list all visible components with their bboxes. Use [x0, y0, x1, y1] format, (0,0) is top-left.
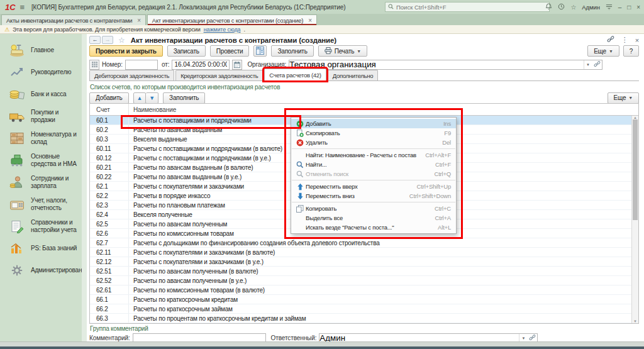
date-label: от:	[162, 61, 169, 68]
organization-input[interactable]	[289, 60, 584, 69]
sidebar-item-label: Банк и касса	[31, 91, 66, 98]
cell-account-code: 62.2	[90, 191, 129, 200]
warning-link[interactable]: нажмите сюда	[204, 26, 241, 33]
sidebar-item-manager[interactable]: Руководителю	[0, 61, 82, 83]
write-button[interactable]: Записать	[167, 45, 206, 57]
sidebar-item-knowledge-base[interactable]: PS: База знаний	[0, 237, 82, 259]
show-postings-button[interactable]	[253, 45, 267, 57]
notifications-bell-icon[interactable]	[545, 3, 552, 11]
table-row[interactable]: 62.7Расчеты с дольщиками по финансирован…	[90, 238, 631, 248]
maximize-icon[interactable]: □	[627, 4, 631, 11]
context-menu-item-5[interactable]: Найти...Ctrl+F	[291, 160, 456, 169]
table-row[interactable]: 66.1Расчеты по краткосрочным кредитам	[90, 295, 631, 304]
favorite-star-icon[interactable]: ☆	[118, 36, 125, 45]
service-menu-icon[interactable]	[606, 3, 613, 11]
form-tab-0[interactable]: Дебиторская задолженность	[89, 70, 174, 80]
sidebar-item-label: Главное	[31, 47, 54, 54]
search-input[interactable]	[396, 4, 547, 11]
menu-item-shortcut: Del	[442, 139, 451, 146]
organization-dropdown-icon[interactable]: ▼	[584, 60, 592, 69]
help-button[interactable]: ?	[623, 45, 639, 57]
form-tab-1[interactable]: Кредиторская задолженность	[175, 70, 263, 80]
column-header-name[interactable]: Наименование	[129, 106, 631, 113]
sidebar-item-main[interactable]: Главное	[0, 39, 82, 61]
manager-chart-icon	[8, 66, 26, 79]
table-row[interactable]: 62.61Расчеты по комиссионным товарам (в …	[90, 285, 631, 295]
post-and-close-button[interactable]: Провести и закрыть	[89, 45, 163, 57]
number-input[interactable]	[125, 60, 158, 70]
cell-account-name: Расчеты с покупателями и заказчиками (в …	[129, 249, 631, 256]
cell-account-code: 62.1	[90, 182, 129, 191]
sidebar-item-administration[interactable]: Администрирование	[0, 259, 82, 281]
context-menu-item-8[interactable]: Переместить вверхCtrl+Shift+Up	[291, 182, 456, 191]
staff-icon	[8, 175, 26, 189]
forward-button[interactable]: →	[102, 36, 113, 44]
form-tab-2[interactable]: Счета расчетов (42)	[264, 69, 326, 80]
fixed-assets-icon	[8, 153, 26, 167]
sidebar-item-inventory[interactable]: Номенклатура и склад	[0, 127, 82, 149]
move-row-up-button[interactable]: ▲	[133, 92, 147, 104]
tab-close-icon[interactable]: ×	[137, 17, 141, 24]
sidebar-item-references[interactable]: Справочники и настройки учета	[0, 215, 82, 237]
global-search[interactable]	[385, 2, 550, 12]
calendar-icon[interactable]	[232, 60, 242, 70]
column-header-account[interactable]: Счет	[90, 104, 129, 115]
fill-button[interactable]: Заполнить	[271, 45, 313, 57]
scrollbar-thumb[interactable]	[633, 119, 638, 220]
cell-account-code: 66.1	[90, 295, 129, 304]
context-menu-item-11[interactable]: КопироватьCtrl+C	[291, 204, 456, 213]
context-menu-item-2[interactable]: УдалитьDel	[291, 138, 456, 147]
cell-account-code: 62.5	[90, 219, 129, 228]
favorites-star-icon[interactable]: ☆	[570, 4, 576, 11]
cell-account-code: 60.12	[90, 153, 129, 162]
more-dots-icon[interactable]: ⋮	[621, 36, 628, 44]
context-menu-item-1[interactable]: СкопироватьF9	[291, 128, 456, 138]
cell-account-code: 62.3	[90, 201, 129, 209]
sidebar-item-purchases-sales[interactable]: Покупки и продажи	[0, 105, 82, 127]
get-link-icon[interactable]	[607, 36, 614, 45]
menu-item-shortcut: Ctrl+Shift+Up	[417, 183, 451, 190]
menu-item-label: Переместить вниз	[306, 192, 401, 199]
current-user[interactable]: Админ	[582, 4, 599, 11]
context-menu-item-9[interactable]: Переместить внизCtrl+Shift+Down	[291, 191, 456, 201]
context-menu-item-6[interactable]: Отменить поискCtrl+Q	[291, 169, 456, 179]
clipboard-copy-icon	[294, 205, 306, 213]
organization-link-icon[interactable]	[592, 60, 602, 69]
sidebar-item-staff[interactable]: Сотрудники и зарплата	[0, 171, 82, 193]
context-menu-item-13[interactable]: Искать везде "Расчеты с поста..."Alt+L	[291, 223, 456, 232]
table-row[interactable]: 66.3Расчеты по процентам по краткосрочны…	[90, 314, 631, 323]
move-row-down-button[interactable]: ▼	[146, 92, 158, 104]
sidebar-item-accounting[interactable]: Учет, налоги, отчетность	[0, 193, 82, 215]
table-row[interactable]: 62.11Расчеты с покупателями и заказчикам…	[90, 248, 631, 257]
organization-field[interactable]: ▼	[289, 60, 602, 70]
post-button[interactable]: Провести	[210, 45, 250, 57]
fill-table-button[interactable]: Заполнить	[163, 92, 205, 104]
close-icon[interactable]: ×	[636, 4, 640, 11]
history-icon[interactable]	[558, 3, 565, 11]
app-tab-0[interactable]: Акты инвентаризации расчетов с контраген…	[1, 14, 146, 25]
form-close-icon[interactable]: ×	[635, 36, 639, 44]
print-button[interactable]: Печать▼	[318, 45, 367, 57]
table-row[interactable]: 62.51Расчеты по авансам полученным (в ва…	[90, 267, 631, 276]
context-menu-item-4[interactable]: Найти: Наименование - Расчеты с поставщи…	[291, 150, 456, 160]
sidebar-item-fixed-assets[interactable]: Основные средства и НМА	[0, 149, 82, 171]
table-more-button[interactable]: Еще▼	[608, 92, 639, 104]
main-menu-icon[interactable]: ≡	[19, 3, 25, 12]
back-button[interactable]: ←	[89, 36, 101, 44]
form-tab-3[interactable]: Дополнительно	[328, 70, 378, 80]
tab-close-icon[interactable]: ×	[308, 17, 312, 24]
table-row[interactable]: 62.52Расчеты по авансам полученным (в у.…	[90, 276, 631, 285]
minimize-icon[interactable]: –	[618, 4, 621, 11]
app-tab-1[interactable]: Акт инвентаризации расчетов с контрагент…	[147, 14, 317, 25]
add-row-button[interactable]: Добавить	[89, 92, 129, 104]
context-menu-item-0[interactable]: ДобавитьIns	[291, 119, 456, 128]
table-row[interactable]: 66.2Расчеты по краткосрочным займам	[90, 304, 631, 314]
date-input[interactable]	[172, 60, 230, 70]
sidebar-item-bank-cash[interactable]: Банк и касса	[0, 83, 82, 105]
context-menu-item-12[interactable]: Выделить всеCtrl+A	[291, 213, 456, 223]
number-settings-button[interactable]	[89, 60, 99, 70]
table-scrollbar[interactable]: ▲ ▼	[631, 116, 638, 323]
scroll-down-icon[interactable]: ▼	[632, 319, 638, 323]
table-row[interactable]: 62.12Расчеты с покупателями и заказчикам…	[90, 257, 631, 267]
more-button[interactable]: Еще▼	[587, 45, 619, 57]
